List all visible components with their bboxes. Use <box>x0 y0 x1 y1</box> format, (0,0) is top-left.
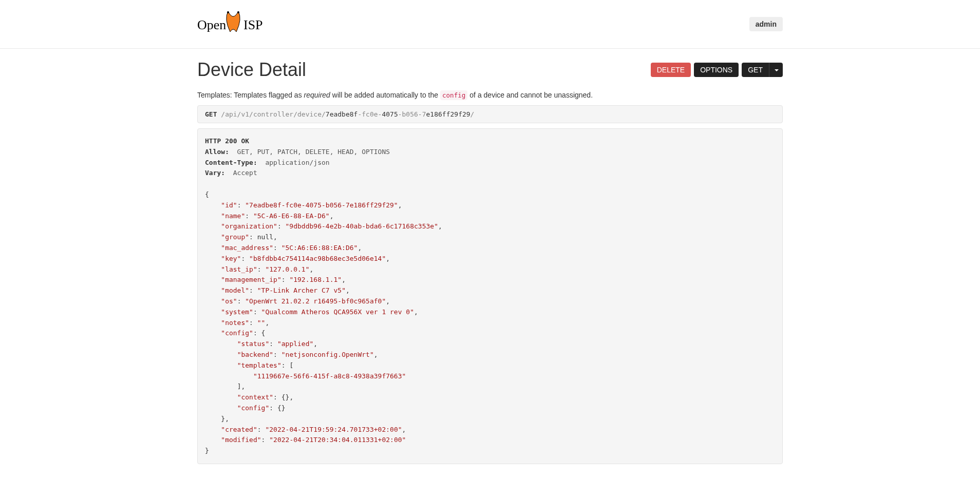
action-buttons: DELETE OPTIONS GET <box>651 63 783 77</box>
page-title: Device Detail <box>197 59 306 81</box>
get-dropdown-toggle[interactable] <box>769 63 783 77</box>
request-path: /api/v1/controller/device/ <box>217 110 325 118</box>
chevron-down-icon <box>775 69 779 71</box>
request-path: 4075 <box>382 110 398 118</box>
description-text: Templates: Templates flagged as <box>197 91 304 99</box>
description-text: will be added automatically to the <box>330 91 440 99</box>
options-button[interactable]: OPTIONS <box>694 63 739 77</box>
request-path: -fc0e- <box>357 110 382 118</box>
description-text: of a device and cannot be unassigned. <box>467 91 593 99</box>
brand-logo[interactable]: Open ISP <box>197 4 269 44</box>
admin-button[interactable]: admin <box>749 17 783 31</box>
description: Templates: Templates flagged as required… <box>197 91 783 99</box>
request-path: -b056-7 <box>398 110 426 118</box>
openwisp-logo-icon: Open ISP <box>197 6 269 42</box>
get-button[interactable]: GET <box>742 63 769 77</box>
request-line: GET /api/v1/controller/device/7eadbe8f-f… <box>197 105 783 123</box>
request-path: / <box>470 110 475 118</box>
svg-text:Open: Open <box>197 17 226 32</box>
request-path: e186ff29f29 <box>426 110 470 118</box>
svg-point-2 <box>237 11 239 13</box>
response-body: HTTP 200 OK Allow: GET, PUT, PATCH, DELE… <box>197 128 783 464</box>
request-method: GET <box>205 110 217 118</box>
page-header: Device Detail DELETE OPTIONS GET <box>197 59 783 81</box>
request-path: 7eadbe8f <box>326 110 358 118</box>
get-button-group: GET <box>742 63 783 77</box>
description-code: config <box>440 90 468 100</box>
delete-button[interactable]: DELETE <box>651 63 691 77</box>
svg-point-1 <box>227 11 229 13</box>
navbar: Open ISP admin <box>0 0 980 49</box>
svg-text:ISP: ISP <box>243 17 263 32</box>
description-emph: required <box>304 91 330 99</box>
